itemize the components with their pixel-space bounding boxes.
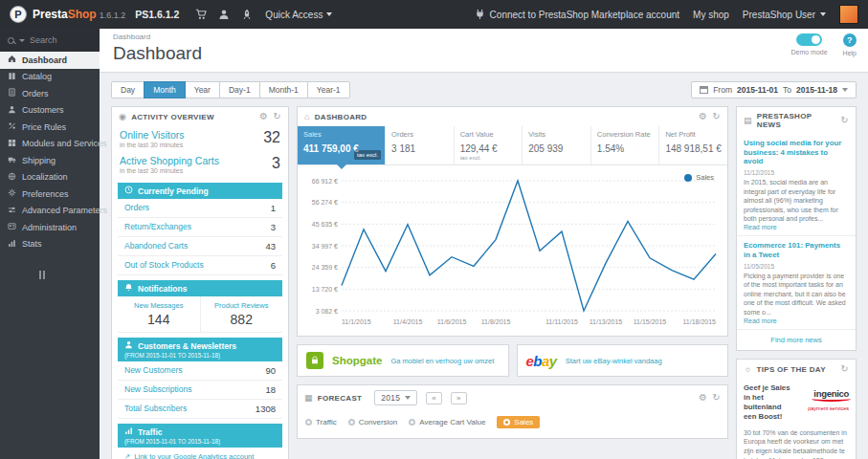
demo-mode-toggle[interactable]: Demo mode (790, 33, 827, 56)
cell-label: Product Reviews (203, 301, 281, 310)
search-input[interactable] (30, 35, 83, 45)
shopgate-cta-link[interactable]: Ga mobiel en verhoog uw omzet (390, 357, 494, 365)
sidebar-item-advanced-parameters[interactable]: Advanced Parameters (0, 203, 100, 220)
forecast-legend-conversion[interactable]: Conversion (348, 418, 397, 426)
kpi-sales[interactable]: Sales 411 759,00 € tax excl. (298, 126, 386, 164)
abandoned-carts-row[interactable]: Abandoned Carts 43 (118, 237, 282, 256)
customers-newsletters-title: Customers & Newsletters (138, 341, 236, 351)
topbar: P PrestaShop1.6.1.2 PS1.6.1.2 Quick Acce… (0, 0, 868, 29)
filter-month-1-button[interactable]: Month-1 (259, 81, 308, 98)
panel-settings-icon[interactable]: ⚙ (259, 112, 268, 121)
ingenico-sub: payment services (795, 405, 849, 412)
new-messages-cell[interactable]: New Messages 144 (118, 296, 200, 332)
pending-returns-row[interactable]: Return/Exchanges 3 (118, 218, 282, 237)
read-more-link[interactable]: Read more (744, 224, 849, 230)
help-icon[interactable]: ? (843, 33, 857, 47)
dashboard-panel: ⌂ DASHBOARD ⚙ ↻ Sales 411 759,00 € tax e… (297, 106, 728, 337)
user-menu[interactable]: PrestaShop User (743, 10, 826, 20)
ebay-promo[interactable]: ebay Start uw eBay-winkel vandaag (517, 344, 729, 377)
help-button[interactable]: ? Help (843, 33, 857, 56)
filter-day-1-button[interactable]: Day-1 (219, 81, 260, 98)
y-tick-label: 3 082 € (316, 308, 338, 315)
toggle-on-icon[interactable] (796, 33, 822, 46)
sidebar: Dashboard Catalog Orders Customers Price… (0, 29, 100, 459)
active-carts-link[interactable]: Active Shopping Carts (120, 155, 219, 166)
news-headline-link[interactable]: Ecommerce 101: Payments in a Tweet (744, 241, 849, 259)
employee-icon[interactable] (213, 0, 234, 29)
sidebar-item-stats[interactable]: Stats (0, 236, 100, 253)
read-more-link[interactable]: Read more (744, 317, 849, 324)
filter-year-1-button[interactable]: Year-1 (307, 81, 350, 98)
rocket-icon[interactable] (236, 0, 257, 29)
forecast-next-button[interactable]: » (451, 392, 467, 404)
panel-settings-icon[interactable]: ⚙ (699, 112, 707, 121)
sidebar-search[interactable] (0, 29, 100, 52)
sidebar-collapse-button[interactable] (38, 266, 100, 283)
prestashop-logo[interactable]: P (10, 6, 27, 23)
forecast-year-select[interactable]: 2015 (374, 390, 417, 405)
dashboard-panel-header: ⌂ DASHBOARD ⚙ ↻ (298, 107, 727, 126)
forecast-legend-average-cart-value[interactable]: Average Cart Value (409, 418, 485, 426)
kpi-cart-value[interactable]: Cart Value 129,44 € tax excl. (455, 126, 523, 164)
sidebar-item-customers[interactable]: Customers (0, 102, 100, 120)
sidebar-item-localization[interactable]: Localization (0, 169, 100, 186)
date-range-picker[interactable]: From 2015-11-01 To 2015-11-18 (691, 81, 857, 98)
filter-year-button[interactable]: Year (185, 81, 220, 98)
out-of-stock-row[interactable]: Out of Stock Products 6 (118, 256, 282, 275)
kpi-visits[interactable]: Visits 205 939 (523, 126, 591, 164)
online-visitors-link[interactable]: Online Visitors (120, 129, 185, 141)
total-subscribers-row[interactable]: Total Subscribers 1308 (118, 400, 282, 419)
signal-icon (124, 426, 133, 437)
quick-access-menu[interactable]: Quick Access (265, 10, 332, 20)
panel-settings-icon[interactable]: ⚙ (699, 393, 707, 403)
sales-line-chart[interactable]: 3 082 €13 720 €24 359 €34 997 €45 635 €5… (301, 169, 723, 332)
forecast-prev-button[interactable]: « (426, 392, 442, 404)
y-tick-label: 34 997 € (312, 243, 338, 250)
start-date: 2015-11-01 (737, 85, 778, 95)
filter-month-button[interactable]: Month (144, 81, 186, 98)
forecast-legend-traffic[interactable]: Traffic (305, 418, 337, 426)
sidebar-item-modules-services[interactable]: Modules and Services (0, 136, 100, 153)
panel-refresh-icon[interactable]: ↻ (840, 364, 849, 374)
cart-icon[interactable] (190, 0, 211, 29)
sidebar-item-shipping[interactable]: Shipping (0, 152, 100, 169)
marketplace-link[interactable]: Connect to PrestaShop Marketplace accoun… (475, 9, 679, 21)
sidebar-item-administration[interactable]: Administration (0, 219, 100, 236)
panel-refresh-icon[interactable]: ↻ (712, 112, 721, 121)
forecast-panel-header: ▦ FORECAST 2015 « » ⚙ ↻ (298, 385, 727, 410)
new-customers-row[interactable]: New Customers 90 (118, 361, 282, 381)
user-avatar[interactable] (839, 5, 858, 24)
sidebar-item-orders[interactable]: Orders (0, 85, 100, 102)
x-tick-label: 11/6/2015 (437, 318, 467, 325)
new-subscriptions-row[interactable]: New Subscriptions 18 (118, 381, 282, 400)
google-analytics-link[interactable]: ↗ Link to your Google Analytics account (118, 448, 282, 459)
my-shop-link[interactable]: My shop (693, 10, 729, 20)
chart-legend[interactable]: Sales (684, 173, 714, 182)
news-headline-link[interactable]: Using social media for your business: 4 … (744, 139, 849, 166)
x-tick-label: 11/15/2015 (634, 318, 667, 325)
sidebar-item-price-rules[interactable]: Price Rules (0, 119, 100, 136)
shopgate-promo[interactable]: Shopgate Ga mobiel en verhoog uw omzet (297, 344, 509, 377)
kpi-net-profit[interactable]: Net Profit 148 918,51 € (659, 126, 727, 164)
breadcrumb[interactable]: Dashboard (113, 33, 855, 41)
kpi-orders[interactable]: Orders 3 181 (386, 126, 455, 164)
sidebar-item-label: Advanced Parameters (22, 206, 107, 215)
page-title: Dashboard (113, 43, 855, 64)
product-reviews-cell[interactable]: Product Reviews 882 (200, 296, 283, 332)
pending-orders-row[interactable]: Orders 1 (118, 199, 282, 218)
panel-refresh-icon[interactable]: ↻ (273, 112, 281, 121)
sidebar-item-label: Catalog (22, 72, 52, 81)
sidebar-item-dashboard[interactable]: Dashboard (0, 52, 100, 69)
sidebar-item-catalog[interactable]: Catalog (0, 69, 100, 86)
panel-refresh-icon[interactable]: ↻ (712, 393, 721, 403)
panel-refresh-icon[interactable]: ↻ (840, 116, 849, 125)
filter-day-button[interactable]: Day (111, 81, 145, 98)
find-more-news-link[interactable]: Find more news (737, 330, 856, 350)
kpi-conversion-rate[interactable]: Conversion Rate 1.54% (591, 126, 660, 164)
forecast-legend-sales[interactable]: Sales (497, 416, 540, 428)
my-shop-label: My shop (693, 10, 729, 20)
shop-name[interactable]: PS1.6.1.2 (135, 9, 179, 20)
sidebar-item-preferences[interactable]: Preferences (0, 186, 100, 203)
sidebar-item-label: Stats (22, 239, 42, 249)
ebay-cta-link[interactable]: Start uw eBay-winkel vandaag (566, 357, 662, 365)
